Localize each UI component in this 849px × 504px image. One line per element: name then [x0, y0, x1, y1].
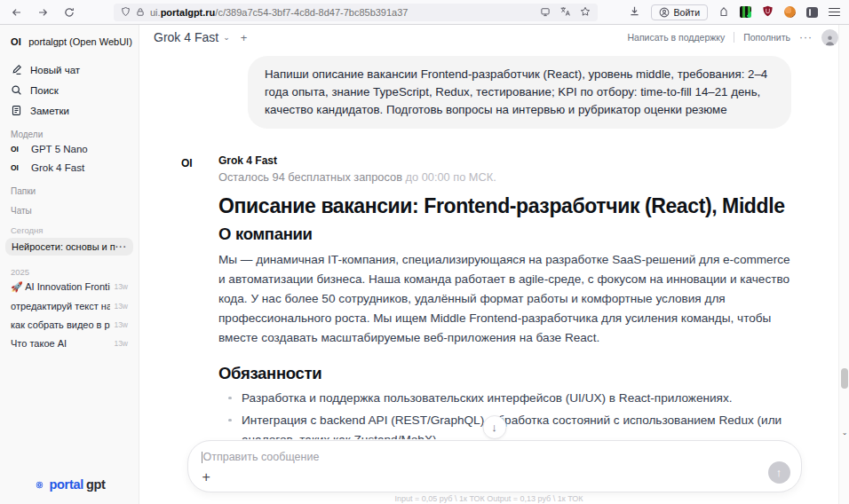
sidebar-item-new-chat[interactable]: Новый чат [5, 60, 133, 79]
back-icon[interactable] [11, 7, 22, 18]
today-label: Сегодня [5, 225, 133, 235]
tracking-shield-icon[interactable] [121, 4, 131, 20]
chat-title: 🚀 AI Innovation Frontiers [11, 281, 110, 293]
attach-button[interactable]: + [202, 470, 210, 484]
browser-window: ui.portalgpt.ru/c/389a7c54-3bf7-4c8d-8d4… [0, 0, 849, 504]
sidebar-item-label: Поиск [30, 85, 59, 96]
pricing-note: Input = 0,05 руб \ 1к ТОК Output = 0,13 … [139, 494, 838, 503]
assistant-name: Grok 4 Fast [218, 154, 791, 167]
message-input[interactable]: Отправить сообщение [203, 451, 320, 463]
chat-scroll-area[interactable]: Напиши описание вакансии Frontend-разраб… [139, 48, 838, 439]
sidebar-chat-item[interactable]: как собрать видео в premi... 13w [5, 315, 133, 334]
browser-nav-buttons [0, 7, 62, 18]
support-link[interactable]: Написать в поддержку [627, 32, 725, 43]
assistant-message: OI Grok 4 Fast Осталось 94 бесплатных за… [177, 154, 791, 439]
year-label: 2025 [5, 267, 133, 277]
openwebui-logo: OI [11, 36, 21, 47]
logo-text-gpt: gpt [86, 477, 106, 492]
chat-title: как собрать видео в premi... [11, 319, 110, 330]
arrow-up-icon: ↑ [776, 466, 782, 479]
browser-toolbar: ui.portalgpt.ru/c/389a7c54-3bf7-4c8d-8d4… [0, 0, 849, 25]
user-avatar[interactable] [821, 29, 838, 46]
downloads-icon[interactable] [629, 4, 640, 20]
app-title: portalgpt (Open WebUI) [28, 36, 132, 47]
chat-timestamp: 13w [114, 339, 128, 348]
add-model-button[interactable]: + [241, 31, 248, 44]
divider [734, 32, 734, 43]
lock-icon [136, 4, 145, 20]
about-paragraph: Мы — динамичная IT-компания, специализир… [218, 250, 791, 349]
scrollbar-thumb[interactable] [841, 368, 848, 389]
arrow-down-icon: ↓ [491, 421, 497, 434]
chat-menu-icon[interactable]: ··· [115, 242, 127, 252]
topup-link[interactable]: Пополнить [743, 32, 790, 43]
chevron-down-icon[interactable]: ⌄ [223, 33, 230, 42]
chat-title: отредактируй текст на са... [11, 301, 110, 311]
scrollbar-down-icon[interactable]: ⌄ [839, 429, 849, 437]
section-heading-about: О компании [218, 224, 791, 244]
page-scrollbar[interactable]: ⌄ [838, 25, 849, 504]
chat-timestamp: 13w [114, 302, 128, 311]
ublock-shield-icon[interactable] [762, 4, 774, 20]
sidebar-item-label: Новый чат [30, 65, 80, 75]
portalgpt-logo: portalgpt [5, 469, 133, 499]
rocket-icon: 🚀 [11, 281, 23, 292]
person-icon [823, 34, 837, 46]
sidebar-chat-item[interactable]: Что такое AI 13w [5, 334, 133, 352]
folders-section-label[interactable]: Папки [5, 186, 133, 196]
assistant-avatar: OI [177, 154, 218, 439]
sidebar-model-gpt5nano[interactable]: OI GPT 5 Nano [5, 139, 133, 158]
search-icon [11, 84, 22, 96]
text-caret [202, 452, 202, 463]
extension-icon[interactable] [718, 4, 729, 20]
bookmark-star-icon[interactable] [580, 4, 591, 20]
model-logo: OI [11, 163, 23, 172]
url-bar[interactable]: ui.portalgpt.ru/c/389a7c54-3bf7-4c8d-8d4… [114, 4, 598, 21]
checkered-extension-icon[interactable] [740, 6, 751, 18]
model-logo: OI [11, 145, 23, 154]
quota-note: Осталось 94 бесплатных запросов до 00:00… [218, 170, 791, 184]
section-heading-duties: Обязанности [218, 364, 791, 383]
model-selector[interactable]: Grok 4 Fast [154, 30, 218, 44]
new-chat-icon [11, 64, 22, 75]
sidebar-item-search[interactable]: Поиск [5, 81, 133, 99]
sidebar-chat-item[interactable]: 🚀 AI Innovation Frontiers 13w [5, 277, 133, 296]
model-label: Grok 4 Fast [31, 162, 84, 173]
models-section-label: Модели [5, 130, 133, 139]
account-icon [659, 7, 670, 18]
chat-timestamp: 13w [114, 320, 128, 329]
chat-timestamp: 13w [114, 282, 128, 291]
reload-icon[interactable] [64, 7, 75, 18]
sidebar: OI portalgpt (Open WebUI) Новый чат Поис… [0, 25, 139, 504]
sidebar-item-notes[interactable]: Заметки [5, 101, 133, 120]
sidebar-model-grok4fast[interactable]: OI Grok 4 Fast [5, 158, 133, 177]
chat-title: Что такое AI [11, 338, 110, 349]
firefox-login-button[interactable]: Войти [651, 4, 708, 20]
translate-icon[interactable] [559, 4, 571, 20]
scroll-to-bottom-button[interactable]: ↓ [482, 415, 506, 439]
main-content: Grok 4 Fast ⌄ + Написать в поддержку Поп… [139, 25, 849, 504]
send-button[interactable]: ↑ [768, 461, 790, 484]
menu-icon[interactable] [829, 8, 840, 17]
url-text: ui.portalgpt.ru/c/389a7c54-3bf7-4c8d-8d4… [150, 7, 535, 18]
message-composer[interactable]: Отправить сообщение + ↑ [187, 440, 802, 492]
chats-section-label[interactable]: Чаты [5, 206, 133, 216]
notes-icon [11, 105, 22, 116]
more-menu-icon[interactable]: ··· [799, 31, 813, 43]
logo-text-portal: portal [49, 477, 83, 492]
chat-header: Grok 4 Fast ⌄ + Написать в поддержку Поп… [139, 25, 849, 48]
list-item: Разработка и поддержка пользовательских … [218, 389, 791, 408]
sidebar-item-label: Заметки [30, 106, 69, 116]
browser-actions: Войти [629, 4, 849, 20]
forward-icon[interactable] [37, 7, 49, 18]
sidebar-chat-active[interactable]: Нейросети: основы и прим. ··· [5, 238, 133, 256]
model-label: GPT 5 Nano [31, 144, 88, 154]
gear-icon [33, 478, 46, 492]
sidebar-chat-item[interactable]: отредактируй текст на са... 13w [5, 296, 133, 315]
reader-view-icon[interactable] [540, 4, 551, 20]
user-message: Напиши описание вакансии Frontend-разраб… [248, 56, 791, 129]
sidebar-extension-icon[interactable] [806, 7, 818, 18]
login-label: Войти [674, 7, 700, 18]
orange-extension-icon[interactable] [784, 6, 796, 18]
response-title: Описание вакансии: Frontend-разработчик … [218, 194, 791, 218]
